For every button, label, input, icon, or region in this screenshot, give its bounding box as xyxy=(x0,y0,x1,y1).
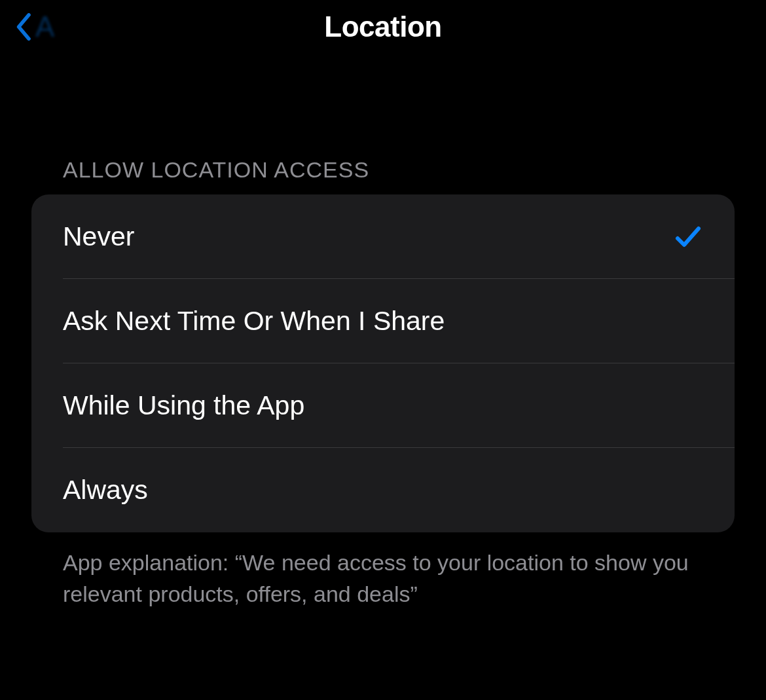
option-always[interactable]: Always xyxy=(31,448,735,532)
option-ask-next-time[interactable]: Ask Next Time Or When I Share xyxy=(31,279,735,363)
options-list: Never Ask Next Time Or When I Share Whil… xyxy=(31,194,735,532)
nav-header: A Location xyxy=(0,0,766,65)
option-label: Never xyxy=(63,221,134,252)
option-never[interactable]: Never xyxy=(31,194,735,279)
checkmark-icon xyxy=(673,222,703,252)
section-header: ALLOW LOCATION ACCESS xyxy=(0,65,766,194)
page-title: Location xyxy=(0,10,766,43)
footer-explanation: App explanation: “We need access to your… xyxy=(0,532,766,610)
option-while-using[interactable]: While Using the App xyxy=(31,363,735,448)
option-label: Always xyxy=(63,475,148,506)
option-label: Ask Next Time Or When I Share xyxy=(63,306,445,337)
option-label: While Using the App xyxy=(63,390,304,421)
